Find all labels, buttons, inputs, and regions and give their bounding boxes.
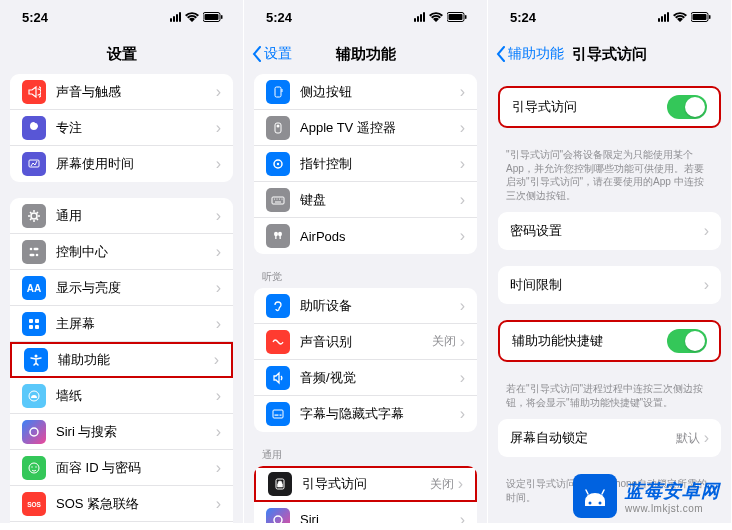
status-indicators <box>170 12 223 22</box>
svg-point-40 <box>281 198 282 199</box>
settings-row-siri[interactable]: Siri› <box>254 502 477 523</box>
settings-row-sound[interactable]: 声音与触感› <box>10 74 233 110</box>
chevron-icon: › <box>704 429 709 447</box>
row-label: 时间限制 <box>510 276 700 294</box>
settings-row-keyboard[interactable]: 键盘› <box>254 182 477 218</box>
svg-text:SOS: SOS <box>27 501 41 508</box>
settings-row-general[interactable]: 通用› <box>10 198 233 234</box>
settings-group: 引导式访问关闭›Siri›辅助功能快捷键关闭›App 单独设置› <box>254 466 477 523</box>
footer-text: 若在"引导式访问"进程过程中连按三次侧边按钮，将会显示"辅助功能快捷键"设置。 <box>488 378 731 419</box>
pointer-icon <box>266 152 290 176</box>
svg-line-61 <box>586 490 588 494</box>
settings-row-side[interactable]: 侧边按钮› <box>254 74 477 110</box>
guided-access-toggle[interactable] <box>667 95 707 119</box>
svg-rect-10 <box>29 319 33 323</box>
timelimit-row[interactable]: 时间限制 › <box>498 266 721 304</box>
chevron-icon: › <box>216 83 221 101</box>
settings-row-hearing[interactable]: 助听设备› <box>254 288 477 324</box>
settings-row-screentime[interactable]: 屏幕使用时间› <box>10 146 233 182</box>
svg-rect-12 <box>29 325 33 329</box>
status-indicators <box>414 12 467 22</box>
svg-rect-57 <box>693 14 707 20</box>
settings-row-sos[interactable]: SOSSOS 紧急联络› <box>10 486 233 522</box>
status-time: 5:24 <box>22 10 48 25</box>
svg-point-14 <box>35 355 38 358</box>
settings-row-guided[interactable]: 引导式访问关闭› <box>254 466 477 502</box>
settings-group: 助听设备›声音识别关闭›音频/视觉›字幕与隐藏式字幕› <box>254 288 477 432</box>
settings-row-wallpaper[interactable]: 墙纸› <box>10 378 233 414</box>
settings-row-appletv[interactable]: Apple TV 遥控器› <box>254 110 477 146</box>
settings-row-pointer[interactable]: 指针控制› <box>254 146 477 182</box>
siri-icon <box>266 508 290 524</box>
chevron-icon: › <box>704 276 709 294</box>
row-label: 引导式访问 <box>302 475 430 493</box>
chevron-icon: › <box>460 405 465 423</box>
svg-point-18 <box>31 466 32 467</box>
settings-row-faceid[interactable]: 面容 ID 与密码› <box>10 450 233 486</box>
chevron-icon: › <box>458 475 463 493</box>
svg-point-19 <box>35 466 36 467</box>
guided-access-row[interactable]: 引导式访问 <box>500 88 719 126</box>
svg-rect-2 <box>221 15 223 19</box>
footer-text: "引导式访问"会将设备限定为只能使用某个App，并允许您控制哪些功能可供使用。若… <box>488 144 731 212</box>
svg-point-59 <box>589 502 592 505</box>
row-label: 引导式访问 <box>512 98 667 116</box>
shortcut-row[interactable]: 辅助功能快捷键 <box>500 322 719 360</box>
home-icon <box>22 312 46 336</box>
page-title: 辅助功能 <box>336 45 396 64</box>
svg-rect-48 <box>280 415 282 416</box>
settings-row-accessibility[interactable]: 辅助功能› <box>10 342 233 378</box>
chevron-icon: › <box>216 207 221 225</box>
back-button[interactable]: 辅助功能 <box>496 45 564 63</box>
chevron-icon: › <box>216 423 221 441</box>
autolock-row[interactable]: 屏幕自动锁定 默认 › <box>498 419 721 457</box>
row-label: 助听设备 <box>300 297 456 315</box>
svg-rect-29 <box>465 15 467 19</box>
svg-rect-1 <box>205 14 219 20</box>
chevron-icon: › <box>216 495 221 513</box>
settings-row-focus[interactable]: 专注› <box>10 110 233 146</box>
guided-access-toggle-group: 引导式访问 <box>498 86 721 128</box>
status-bar: 5:24 <box>244 0 487 34</box>
status-time: 5:24 <box>510 10 536 25</box>
shortcut-toggle[interactable] <box>667 329 707 353</box>
svg-rect-58 <box>709 15 711 19</box>
settings-row-siri[interactable]: Siri 与搜索› <box>10 414 233 450</box>
passcode-row[interactable]: 密码设置 › <box>498 212 721 250</box>
row-label: 显示与亮度 <box>56 279 212 297</box>
audio-icon <box>266 366 290 390</box>
settings-row-airpods[interactable]: AirPods› <box>254 218 477 254</box>
svg-point-39 <box>279 198 280 199</box>
settings-row-exposure[interactable]: 暴露通知› <box>10 522 233 523</box>
row-label: 辅助功能快捷键 <box>512 332 667 350</box>
row-label: 控制中心 <box>56 243 212 261</box>
phone-settings: 5:24 设置 声音与触感›专注›屏幕使用时间›通用›控制中心›AA显示与亮度›… <box>0 0 244 523</box>
settings-row-soundrec[interactable]: 声音识别关闭› <box>254 324 477 360</box>
svg-text:AA: AA <box>27 283 41 294</box>
svg-rect-46 <box>273 410 283 418</box>
chevron-icon: › <box>704 222 709 240</box>
row-label: 字幕与隐藏式字幕 <box>300 405 456 423</box>
svg-point-37 <box>274 198 275 199</box>
row-label: 密码设置 <box>510 222 700 240</box>
chevron-icon: › <box>460 227 465 245</box>
chevron-icon: › <box>460 333 465 351</box>
svg-rect-47 <box>275 415 279 416</box>
row-label: 声音识别 <box>300 333 432 351</box>
back-button[interactable]: 设置 <box>252 45 292 63</box>
nav-bar: 设置 辅助功能 <box>244 34 487 74</box>
settings-row-display[interactable]: AA显示与亮度› <box>10 270 233 306</box>
row-label: 屏幕使用时间 <box>56 155 212 173</box>
svg-rect-11 <box>35 319 39 323</box>
settings-row-control[interactable]: 控制中心› <box>10 234 233 270</box>
watermark-icon <box>573 474 617 518</box>
display-icon: AA <box>22 276 46 300</box>
status-bar: 5:24 <box>488 0 731 34</box>
settings-row-subtitle[interactable]: 字幕与隐藏式字幕› <box>254 396 477 432</box>
phone-guided-access: 5:24 辅助功能 引导式访问 引导式访问 "引导式访问"会将设备限定为只能使用… <box>488 0 732 523</box>
keyboard-icon <box>266 188 290 212</box>
wallpaper-icon <box>22 384 46 408</box>
settings-row-audio[interactable]: 音频/视觉› <box>254 360 477 396</box>
settings-row-home[interactable]: 主屏幕› <box>10 306 233 342</box>
chevron-icon: › <box>460 191 465 209</box>
